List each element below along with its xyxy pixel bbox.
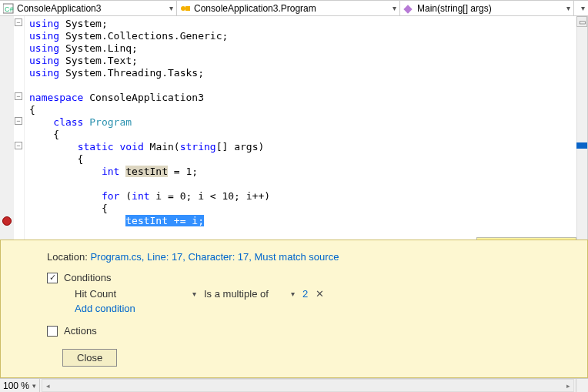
collapse-toggle[interactable]: − (15, 92, 22, 100)
outline-gutter[interactable]: − − − − (14, 16, 25, 240)
condition-value[interactable]: 2 (302, 288, 308, 300)
breakpoint-marker[interactable] (2, 216, 12, 226)
scope-dropdown[interactable]: C# ConsoleApplication3 ▾ (0, 1, 177, 15)
split-button[interactable]: ▭ (576, 16, 587, 27)
breakpoint-settings-tab: Breakpoint Settings ✕ (476, 237, 576, 240)
horizontal-scrollbar[interactable]: ◂ ▸ (42, 379, 574, 392)
chevron-down-icon: ▾ (291, 290, 295, 298)
collapse-toggle[interactable]: − (15, 18, 22, 26)
scrollbar-corner (576, 379, 588, 392)
breakpoint-settings-tab-label: Breakpoint Settings (480, 240, 560, 240)
chevron-down-icon: ▾ (169, 4, 173, 12)
condition-op-label: Is a multiple of (204, 288, 269, 300)
close-icon[interactable]: ✕ (565, 240, 573, 240)
scroll-right-icon[interactable]: ▸ (563, 382, 573, 390)
chevron-down-icon: ▾ (566, 4, 570, 12)
svg-rect-3 (185, 6, 190, 11)
condition-type-label: Hit Count (75, 288, 116, 300)
conditions-row: ✓ Conditions (47, 272, 572, 283)
method-icon (403, 3, 414, 14)
member-dropdown[interactable]: Main(string[] args) ▾ (400, 1, 574, 15)
location-label: Location: (47, 251, 88, 263)
caret-marker (576, 142, 588, 149)
svg-point-2 (181, 6, 185, 11)
class-icon (180, 3, 191, 14)
collapse-toggle[interactable]: − (15, 117, 22, 125)
conditions-label: Conditions (64, 272, 111, 283)
actions-label: Actions (64, 325, 97, 337)
code-editor: − − − − using System; using System.Colle… (0, 16, 588, 240)
nav-overflow[interactable]: ▾ (574, 1, 588, 15)
svg-text:C#: C# (5, 5, 14, 13)
code-text[interactable]: using System; using System.Collections.G… (25, 16, 587, 240)
navigation-bar: C# ConsoleApplication3 ▾ ConsoleApplicat… (0, 0, 588, 16)
csharp-icon: C# (3, 3, 14, 14)
zoom-label: 100 % (3, 380, 29, 391)
close-button[interactable]: Close (62, 349, 117, 367)
breakpoint-location: Location: Program.cs, Line: 17, Characte… (47, 251, 572, 263)
remove-condition-icon[interactable]: ✕ (316, 288, 324, 300)
condition-editor: Hit Count ▾ Is a multiple of ▾ 2 ✕ (47, 288, 572, 300)
add-condition-link[interactable]: Add condition (47, 303, 572, 314)
breakpoint-gutter[interactable] (0, 16, 14, 240)
collapse-toggle[interactable]: − (15, 142, 22, 149)
type-dropdown[interactable]: ConsoleApplication3.Program ▾ (177, 1, 400, 15)
chevron-down-icon: ▾ (393, 4, 396, 12)
conditions-checkbox[interactable]: ✓ (47, 273, 58, 283)
type-label: ConsoleApplication3.Program (194, 3, 316, 14)
chevron-down-icon: ▾ (192, 290, 196, 298)
zoom-dropdown[interactable]: 100 % ▾ (0, 379, 40, 392)
breakpoint-settings-panel: Location: Program.cs, Line: 17, Characte… (0, 240, 588, 378)
status-bar: 100 % ▾ ◂ ▸ (0, 378, 588, 392)
condition-op-dropdown[interactable]: Is a multiple of ▾ (204, 288, 295, 300)
scope-label: ConsoleApplication3 (17, 3, 101, 14)
actions-row: Actions (47, 325, 572, 337)
actions-checkbox[interactable] (47, 326, 58, 337)
location-link[interactable]: Program.cs, Line: 17, Character: 17, Mus… (90, 251, 339, 263)
member-label: Main(string[] args) (417, 3, 492, 14)
chevron-down-icon: ▾ (32, 382, 36, 390)
scroll-left-icon[interactable]: ◂ (42, 382, 53, 390)
svg-rect-4 (403, 5, 412, 13)
scroll-tracker[interactable]: ▭ (576, 16, 587, 240)
condition-type-dropdown[interactable]: Hit Count ▾ (75, 288, 196, 300)
chevron-down-icon: ▾ (581, 4, 585, 12)
